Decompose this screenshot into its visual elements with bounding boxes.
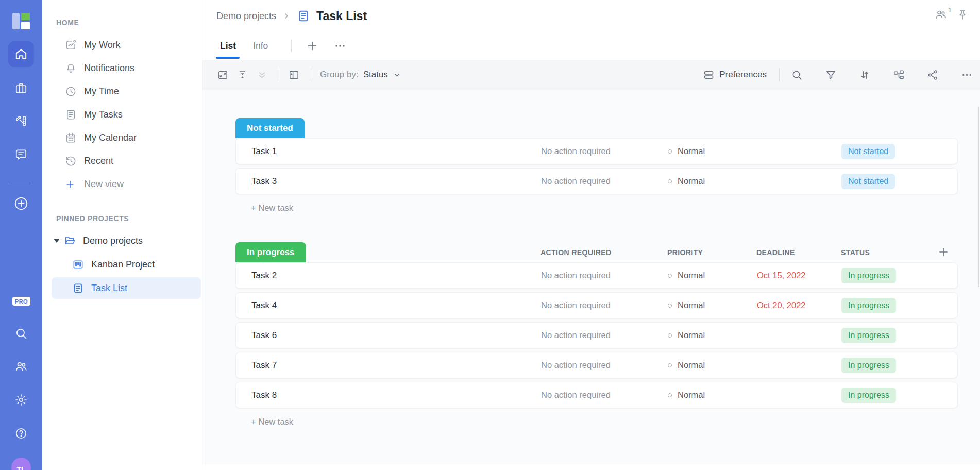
rail-projects-button[interactable] bbox=[0, 81, 42, 95]
caret-down-icon[interactable] bbox=[54, 239, 60, 243]
preferences-button[interactable]: Preferences bbox=[703, 69, 767, 81]
group-by-control[interactable]: Group by: Status bbox=[320, 70, 401, 80]
task-row[interactable]: Task 8No action requiredNormalIn progres… bbox=[235, 382, 958, 408]
collapse-groups-button[interactable] bbox=[236, 69, 248, 81]
search-tasks-button[interactable] bbox=[791, 69, 803, 81]
sort-arrows-icon bbox=[859, 69, 871, 81]
new-task-button[interactable]: + New task bbox=[251, 417, 293, 427]
sidebar-item-notifications[interactable]: Notifications bbox=[42, 57, 202, 80]
task-group: ACTION REQUIREDPRIORITYDEADLINESTATUSIn … bbox=[235, 242, 958, 427]
double-chevron-down-icon bbox=[256, 69, 268, 81]
rail-tools-button[interactable] bbox=[0, 114, 42, 128]
column-header: ACTION REQUIRED bbox=[540, 248, 667, 257]
task-name: Task 3 bbox=[236, 176, 541, 187]
sidebar-item-my-calendar[interactable]: My Calendar bbox=[42, 126, 202, 149]
more-options-button[interactable] bbox=[961, 69, 973, 81]
sidebar-item-recent[interactable]: Recent bbox=[42, 149, 202, 173]
work-chart-icon bbox=[65, 39, 77, 51]
pin-button[interactable] bbox=[956, 9, 969, 23]
expand-rows-button[interactable] bbox=[217, 69, 229, 81]
task-row[interactable]: Task 6No action requiredNormalIn progres… bbox=[235, 322, 958, 348]
task-name: Task 7 bbox=[236, 360, 541, 371]
toolbar-divider bbox=[310, 68, 310, 81]
breadcrumb-parent[interactable]: Demo projects bbox=[216, 11, 276, 22]
column-header: PRIORITY bbox=[667, 248, 756, 257]
task-name: Task 4 bbox=[236, 300, 541, 311]
add-column-button[interactable] bbox=[937, 246, 950, 258]
subtasks-tree-button[interactable] bbox=[893, 69, 905, 81]
status-badge: Not started bbox=[841, 144, 895, 159]
task-priority: Normal bbox=[668, 300, 757, 310]
task-name: Task 2 bbox=[236, 271, 541, 281]
rail-help-button[interactable] bbox=[0, 427, 42, 440]
task-name: Task 6 bbox=[236, 330, 541, 341]
sidebar-new-view-button[interactable]: New view bbox=[42, 173, 202, 196]
tab-info[interactable]: Info bbox=[253, 41, 268, 52]
expand-all-button[interactable] bbox=[256, 69, 268, 81]
sidebar-home-header: HOME bbox=[56, 19, 202, 29]
sidebar-item-label: My Time bbox=[84, 86, 119, 97]
group-header: ACTION REQUIREDPRIORITYDEADLINESTATUSIn … bbox=[235, 242, 958, 262]
add-view-button[interactable] bbox=[306, 40, 318, 52]
sidebar-project-demo-projects[interactable]: Demo projects bbox=[42, 229, 202, 253]
pro-badge[interactable]: PRO bbox=[12, 297, 30, 306]
project-label: Kanban Project bbox=[91, 259, 155, 270]
task-deadline: Oct 15, 2022 bbox=[757, 271, 841, 280]
sidebar-item-my-work[interactable]: My Work bbox=[42, 33, 202, 57]
new-task-button[interactable]: + New task bbox=[251, 203, 293, 213]
task-rows: Task 2No action requiredNormalOct 15, 20… bbox=[235, 262, 958, 408]
app-logo[interactable] bbox=[12, 13, 30, 29]
list-toolbar: Group by: Status Preferences bbox=[202, 60, 980, 90]
sidebar-project-kanban[interactable]: Kanban Project bbox=[52, 253, 201, 276]
history-icon bbox=[65, 155, 77, 167]
rail-team-button[interactable] bbox=[0, 360, 42, 373]
user-avatar[interactable]: TL bbox=[11, 458, 31, 470]
task-row[interactable]: Task 1No action requiredNormalNot starte… bbox=[235, 138, 958, 164]
status-badge: Not started bbox=[841, 174, 895, 189]
rail-create-button[interactable] bbox=[0, 196, 42, 211]
clock-icon bbox=[65, 86, 77, 97]
task-priority: Normal bbox=[668, 330, 757, 340]
status-badge: In progress bbox=[841, 328, 896, 343]
rail-search-button[interactable] bbox=[0, 327, 42, 340]
group-status-chip[interactable]: Not started bbox=[235, 118, 305, 138]
app-window: PRO TL HOME My Work Notifications bbox=[0, 0, 980, 470]
resize-icon bbox=[217, 69, 229, 81]
folder-open-icon bbox=[64, 234, 76, 247]
tab-list[interactable]: List bbox=[220, 41, 236, 52]
toggle-panel-button[interactable] bbox=[288, 69, 300, 81]
priority-label: Normal bbox=[678, 176, 705, 186]
rail-messenger-button[interactable] bbox=[0, 148, 42, 161]
group-by-value: Status bbox=[363, 70, 388, 80]
view-tabs: List Info bbox=[202, 32, 980, 60]
rail-home-button[interactable] bbox=[0, 41, 42, 67]
share-button[interactable] bbox=[927, 69, 939, 81]
task-row[interactable]: Task 2No action requiredNormalOct 15, 20… bbox=[235, 262, 958, 289]
main-panel: Demo projects Task List 1 List Info bbox=[202, 0, 980, 470]
scrollbar[interactable] bbox=[978, 107, 979, 287]
plus-circle-icon bbox=[13, 196, 29, 211]
sidebar-project-task-list[interactable]: Task List bbox=[52, 277, 201, 299]
sort-button[interactable] bbox=[859, 69, 871, 81]
people-icon bbox=[935, 8, 947, 21]
task-row[interactable]: Task 3No action requiredNormalNot starte… bbox=[235, 168, 958, 194]
task-row[interactable]: Task 7No action requiredNormalIn progres… bbox=[235, 352, 958, 378]
collaborators-button[interactable]: 1 bbox=[935, 8, 947, 23]
side-panel-icon bbox=[288, 69, 300, 81]
status-badge: In progress bbox=[841, 358, 896, 373]
task-list-content: Not startedTask 1No action requiredNorma… bbox=[202, 90, 980, 464]
task-doc-icon bbox=[72, 282, 84, 294]
priority-label: Normal bbox=[678, 146, 705, 156]
project-label: Demo projects bbox=[83, 236, 143, 246]
tabs-more-button[interactable] bbox=[334, 40, 346, 52]
rail-settings-button[interactable] bbox=[0, 393, 42, 407]
sidebar-item-my-time[interactable]: My Time bbox=[42, 80, 202, 103]
ellipsis-icon bbox=[334, 40, 346, 52]
group-by-label: Group by: bbox=[320, 70, 359, 80]
filter-button[interactable] bbox=[825, 69, 837, 81]
task-row[interactable]: Task 4No action requiredNormalOct 20, 20… bbox=[235, 292, 958, 318]
logo-shape bbox=[21, 13, 30, 20]
sidebar-item-my-tasks[interactable]: My Tasks bbox=[42, 103, 202, 126]
column-headers: ACTION REQUIREDPRIORITYDEADLINESTATUS bbox=[235, 242, 958, 262]
priority-label: Normal bbox=[678, 390, 705, 400]
